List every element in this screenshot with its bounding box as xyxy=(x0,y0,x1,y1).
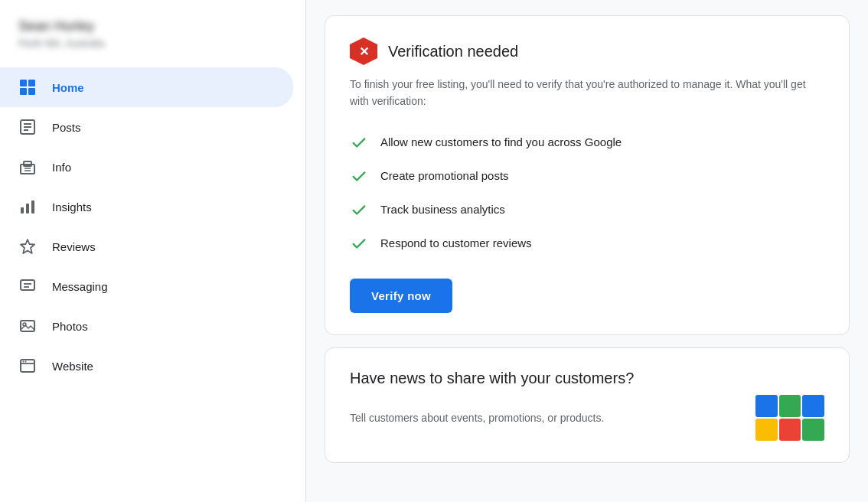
svg-marker-11 xyxy=(21,240,34,253)
sidebar-item-label: Posts xyxy=(52,121,81,134)
svg-rect-9 xyxy=(26,204,29,214)
profile-name: Sean Hurley xyxy=(18,18,287,34)
benefit-item-2: Create promotional posts xyxy=(350,159,824,193)
benefit-text: Allow new customers to find you across G… xyxy=(380,135,622,148)
home-icon xyxy=(18,78,37,96)
profile-section: Sean Hurley Perth WA, Australia xyxy=(0,0,305,61)
benefit-text: Create promotional posts xyxy=(380,169,509,182)
verification-description: To finish your free listing, you'll need… xyxy=(350,76,824,110)
svg-rect-12 xyxy=(21,280,34,290)
sidebar-item-label: Insights xyxy=(52,200,92,214)
svg-point-20 xyxy=(25,361,27,363)
news-card-description-text: Tell customers about events, promotions,… xyxy=(350,412,604,424)
reviews-icon xyxy=(18,237,37,256)
sidebar-item-insights[interactable]: Insights xyxy=(0,187,293,227)
news-card: Have news to share with your customers? … xyxy=(325,347,850,463)
sidebar-item-label: Reviews xyxy=(52,240,96,253)
website-icon xyxy=(18,357,37,375)
sidebar-item-posts[interactable]: Posts xyxy=(0,107,293,147)
benefit-item-4: Respond to customer reviews xyxy=(350,227,824,260)
svg-rect-15 xyxy=(21,321,34,331)
sidebar-item-label: Info xyxy=(52,161,71,174)
checkmark-icon xyxy=(350,167,368,185)
benefit-text: Respond to customer reviews xyxy=(380,236,532,249)
main-content: Verification needed To finish your free … xyxy=(306,0,868,502)
news-card-illustration xyxy=(755,395,824,441)
verification-warning-icon xyxy=(350,37,377,65)
verification-card: Verification needed To finish your free … xyxy=(325,15,850,335)
benefit-item-1: Allow new customers to find you across G… xyxy=(350,126,824,159)
svg-rect-10 xyxy=(31,200,34,214)
news-card-description-row: Tell customers about events, promotions,… xyxy=(350,395,824,441)
sidebar-item-info[interactable]: Info xyxy=(0,147,293,187)
sidebar-item-label: Home xyxy=(52,81,84,94)
checkmark-icon xyxy=(350,234,368,253)
posts-icon xyxy=(18,118,37,136)
benefits-list: Allow new customers to find you across G… xyxy=(350,126,824,260)
sidebar-navigation: Home Posts xyxy=(0,61,305,392)
benefit-item-3: Track business analytics xyxy=(350,193,824,227)
verify-now-button[interactable]: Verify now xyxy=(350,279,452,313)
svg-rect-8 xyxy=(21,207,24,214)
checkmark-icon xyxy=(350,200,368,219)
info-icon xyxy=(18,158,37,176)
svg-point-19 xyxy=(23,361,24,363)
sidebar-item-reviews[interactable]: Reviews xyxy=(0,227,293,266)
benefit-text: Track business analytics xyxy=(380,203,505,216)
card-header: Verification needed xyxy=(350,37,824,65)
verification-title: Verification needed xyxy=(388,43,518,60)
insights-icon xyxy=(18,197,37,216)
sidebar: Sean Hurley Perth WA, Australia Home xyxy=(0,0,306,502)
news-card-title: Have news to share with your customers? xyxy=(350,370,824,387)
checkmark-icon xyxy=(350,133,368,152)
sidebar-item-label: Messaging xyxy=(52,280,108,293)
photos-icon xyxy=(18,317,37,335)
messaging-icon xyxy=(18,277,37,295)
sidebar-item-label: Photos xyxy=(52,320,88,333)
profile-location: Perth WA, Australia xyxy=(18,37,287,49)
sidebar-item-home[interactable]: Home xyxy=(0,67,293,107)
sidebar-item-photos[interactable]: Photos xyxy=(0,306,293,346)
sidebar-item-label: Website xyxy=(52,360,93,373)
sidebar-item-website[interactable]: Website xyxy=(0,346,293,386)
sidebar-item-messaging[interactable]: Messaging xyxy=(0,266,293,306)
